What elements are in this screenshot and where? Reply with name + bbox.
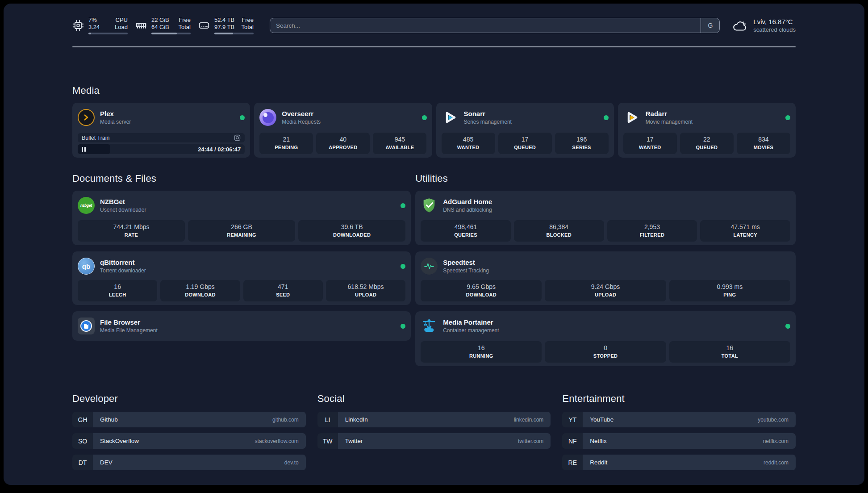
cpu-usage-value: 7%: [88, 17, 97, 24]
bookmark-domain: twitter.com: [518, 438, 543, 444]
pause-button[interactable]: [78, 144, 110, 154]
bookmark-twitter[interactable]: TW Twittertwitter.com: [317, 433, 551, 449]
memory-widget: 22 GiBFree 64 GiBTotal: [135, 17, 191, 34]
bookmark-abbr: RE: [562, 455, 583, 470]
stat-running: 16RUNNING: [421, 341, 542, 363]
section-title-entertainment: Entertainment: [562, 393, 796, 405]
bookmark-dev[interactable]: DT DEVdev.to: [72, 455, 306, 470]
service-card-overseerr[interactable]: Overseerr Media Requests 21PENDING 40APP…: [254, 103, 432, 158]
bookmark-name: StackOverflow: [100, 438, 139, 444]
ram-total-label: Total: [179, 24, 191, 31]
bookmark-reddit[interactable]: RE Redditreddit.com: [562, 455, 796, 470]
bookmark-group-developer: Developer GH Githubgithub.com SO StackOv…: [72, 393, 306, 476]
status-dot: [785, 324, 790, 329]
cpu-load-value: 3.24: [88, 24, 100, 31]
ram-icon: [135, 20, 147, 31]
stat-total: 16TOTAL: [669, 341, 790, 363]
bookmark-abbr: LI: [317, 412, 338, 427]
service-card-adguard[interactable]: AdGuard Home DNS and adblocking 498,461Q…: [415, 191, 796, 245]
media-grid: Plex Media server Bullet Train 24:44 / 0…: [72, 103, 796, 158]
service-card-sonarr[interactable]: Sonarr Series management 485WANTED 17QUE…: [436, 103, 614, 158]
service-name: Radarr: [646, 109, 693, 118]
service-description: Media Requests: [282, 118, 321, 125]
ram-free-value: 22 GiB: [151, 17, 169, 24]
service-card-speedtest[interactable]: Speedtest Speedtest Tracking 9.65 GbpsDO…: [415, 251, 796, 305]
section-title-utilities: Utilities: [415, 173, 796, 184]
ram-total-value: 64 GiB: [151, 24, 169, 31]
service-description: Movie management: [646, 118, 693, 125]
stat-download: 9.65 GbpsDOWNLOAD: [421, 280, 542, 301]
overseerr-icon: [259, 109, 276, 126]
bookmark-name: LinkedIn: [345, 416, 368, 423]
service-card-plex[interactable]: Plex Media server Bullet Train 24:44 / 0…: [72, 103, 250, 158]
stat-filtered: 2,953FILTERED: [607, 220, 697, 242]
now-playing-title: Bullet Train: [82, 135, 110, 141]
service-name: Overseerr: [282, 109, 321, 118]
bookmark-github[interactable]: GH Githubgithub.com: [72, 412, 306, 427]
service-name: AdGuard Home: [443, 197, 492, 206]
qbittorrent-icon: qb: [78, 258, 95, 275]
bookmark-stackoverflow[interactable]: SO StackOverflowstackoverflow.com: [72, 433, 306, 449]
adguard-icon: [421, 197, 438, 214]
stat-queued: 17QUEUED: [498, 133, 552, 154]
stat-wanted: 485WANTED: [442, 133, 495, 154]
stat-available: 945AVAILABLE: [373, 133, 426, 154]
search-provider-button[interactable]: G: [701, 18, 719, 33]
bookmark-domain: reddit.com: [764, 460, 789, 466]
system-widgets: 7%CPU 3.24Load 22 GiBFree 64 GiBTotal: [72, 17, 254, 34]
portainer-icon: [421, 318, 438, 334]
status-dot: [604, 115, 609, 120]
bookmark-domain: youtube.com: [758, 417, 789, 423]
bookmark-domain: linkedin.com: [514, 417, 544, 423]
stat-upload: 9.24 GbpsUPLOAD: [545, 280, 666, 301]
service-card-nzbget[interactable]: nzbget NZBGet Usenet downloader 744.21 M…: [72, 191, 411, 245]
stat-ping: 0.993 msPING: [669, 280, 790, 301]
service-description: Media File Management: [100, 327, 158, 334]
bookmark-group-social: Social LI LinkedInlinkedin.com TW Twitte…: [317, 393, 551, 455]
filebrowser-icon: [78, 318, 95, 334]
bookmark-abbr: DT: [72, 455, 93, 470]
stat-queued: 22QUEUED: [680, 133, 734, 154]
status-dot: [401, 324, 405, 329]
stat-leech: 16LEECH: [78, 280, 157, 301]
status-dot: [240, 115, 245, 120]
stat-approved: 40APPROVED: [316, 133, 370, 154]
bookmark-name: Github: [100, 416, 118, 423]
weather-condition: scattered clouds: [753, 26, 796, 33]
section-title-social: Social: [317, 393, 551, 405]
stat-wanted: 17WANTED: [623, 133, 677, 154]
stat-remaining: 266 GBREMAINING: [188, 220, 295, 242]
bookmark-youtube[interactable]: YT YouTubeyoutube.com: [562, 412, 796, 427]
service-card-radarr[interactable]: Radarr Movie management 17WANTED 22QUEUE…: [618, 103, 796, 158]
status-dot: [401, 203, 405, 208]
service-description: Container management: [443, 327, 499, 334]
service-name: File Browser: [100, 318, 158, 326]
ram-progress-bar: [151, 33, 191, 34]
cloud-icon: [731, 19, 747, 32]
bookmark-netflix[interactable]: NF Netflixnetflix.com: [562, 433, 796, 449]
stat-stopped: 0STOPPED: [545, 341, 666, 363]
cpu-widget: 7%CPU 3.24Load: [72, 17, 128, 34]
stat-seed: 471SEED: [243, 280, 323, 301]
search-input[interactable]: [270, 18, 701, 33]
service-card-portainer[interactable]: Media Portainer Container management 16R…: [415, 311, 796, 366]
service-card-qbittorrent[interactable]: qb qBittorrent Torrent downloader 16LEEC…: [72, 251, 411, 305]
disk-free-value: 52.4 TB: [214, 17, 234, 24]
speedtest-icon: [421, 258, 438, 275]
service-name: Plex: [100, 109, 131, 118]
bookmark-abbr: YT: [562, 412, 583, 427]
bookmark-domain: stackoverflow.com: [255, 438, 299, 444]
service-card-filebrowser[interactable]: File Browser Media File Management: [72, 311, 411, 341]
ram-free-label: Free: [179, 17, 191, 24]
status-dot: [422, 115, 427, 120]
dashboard-panel: 7%CPU 3.24Load 22 GiBFree 64 GiBTotal: [4, 4, 864, 485]
bookmark-name: Netflix: [590, 438, 607, 444]
bookmark-linkedin[interactable]: LI LinkedInlinkedin.com: [317, 412, 551, 427]
service-name: Speedtest: [443, 258, 489, 267]
plex-icon: [78, 109, 95, 126]
service-description: Speedtest Tracking: [443, 267, 489, 274]
disk-free-label: Free: [242, 17, 254, 24]
bookmark-abbr: SO: [72, 433, 93, 449]
stat-downloaded: 39.6 TBDOWNLOADED: [298, 220, 405, 242]
service-name: qBittorrent: [100, 258, 146, 267]
